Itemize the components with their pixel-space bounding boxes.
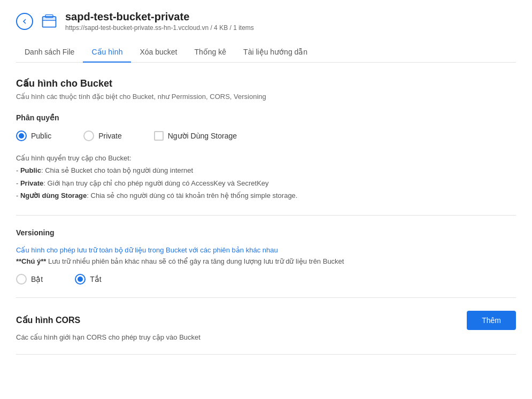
phan-quyen-options: Public Private Người Dùng Storage [16,131,516,141]
versioning-section: Versioning Cấu hình cho phép lưu trữ toà… [16,228,516,285]
label-nguoi-dung-storage: Người Dùng Storage [168,132,237,140]
phan-quyen-label: Phân quyền [16,113,516,122]
main-content: Cấu hình cho Bucket Cấu hình các thuộc t… [16,78,516,355]
tab-danh-sach-file[interactable]: Danh sách File [16,42,83,63]
radio-private[interactable] [83,131,94,141]
info-title: Cấu hình quyền truy cập cho Bucket: [16,152,516,164]
versioning-label: Versioning [16,228,516,237]
svg-rect-1 [43,17,56,20]
checkbox-nguoi-dung-storage[interactable] [154,131,164,141]
option-nguoi-dung-storage[interactable]: Người Dùng Storage [154,131,237,141]
label-private: Private [98,132,122,140]
info-val-nguoi-dung: : Chia sẻ cho người dùng có tài khoản tr… [87,191,297,200]
header-info: sapd-test-bucket-private https://sapd-te… [65,11,254,32]
info-val-private: : Giới hạn truy cập chỉ cho phép người d… [43,179,268,187]
label-public: Public [31,132,51,140]
info-key-nguoi-dung: Người dùng Storage [20,191,87,200]
versioning-warning: **Chú ý** Lưu trữ nhiều phiên bản khác n… [16,257,516,265]
back-button[interactable] [16,13,33,30]
label-bat: Bật [31,275,43,283]
label-tat: Tắt [90,275,101,283]
bucket-subtitle: https://sapd-test-bucket-private.ss-hn-1… [65,24,254,32]
info-line-public: - Public: Chia sẻ Bucket cho toàn bộ ngư… [16,164,516,177]
info-line-nguoi-dung: - Người dùng Storage: Chia sẻ cho người … [16,189,516,202]
option-bat[interactable]: Bật [16,274,43,285]
radio-bat[interactable] [16,274,27,285]
option-public[interactable]: Public [16,131,51,141]
versioning-options: Bật Tắt [16,274,516,285]
phan-quyen-info: Cấu hình quyền truy cập cho Bucket: - Pu… [16,152,516,202]
versioning-description-link[interactable]: Cấu hình cho phép lưu trữ toàn bộ dữ liệ… [16,246,278,254]
radio-tat[interactable] [75,274,86,285]
section-subtitle: Cấu hình các thuộc tính đặc biệt cho Buc… [16,93,516,101]
section-title: Cấu hình cho Bucket [16,78,516,89]
info-key-private: Private [20,179,43,187]
cors-section: Cấu hình CORS Thêm Các cấu hình giới hạn… [16,311,516,341]
option-private[interactable]: Private [83,131,122,141]
divider-2 [16,297,516,298]
cors-header: Cấu hình CORS Thêm [16,311,516,330]
radio-public[interactable] [16,131,27,141]
them-button[interactable]: Thêm [467,311,516,330]
option-tat[interactable]: Tắt [75,274,101,285]
bucket-icon [40,12,59,31]
phan-quyen-section: Phân quyền Public Private Người Dùng Sto… [16,113,516,202]
divider-3 [16,354,516,355]
tab-thong-ke[interactable]: Thống kê [186,42,235,63]
page-header: sapd-test-bucket-private https://sapd-te… [16,11,516,32]
bucket-title: sapd-test-bucket-private [65,11,254,23]
tab-xoa-bucket[interactable]: Xóa bucket [131,42,186,63]
cors-subtitle: Các cấu hình giới hạn CORS cho phép truy… [16,333,516,341]
nav-tabs: Danh sách File Cấu hình Xóa bucket Thống… [16,42,516,63]
tab-tai-lieu-huong-dan[interactable]: Tài liệu hướng dẫn [235,42,316,63]
cors-title: Cấu hình CORS [16,315,80,325]
info-line-private: - Private: Giới hạn truy cập chỉ cho phé… [16,177,516,189]
info-key-public: Public [20,166,41,174]
divider-1 [16,215,516,216]
info-val-public: : Chia sẻ Bucket cho toàn bộ người dùng … [41,166,193,174]
tab-cau-hinh[interactable]: Cấu hình [83,42,131,63]
